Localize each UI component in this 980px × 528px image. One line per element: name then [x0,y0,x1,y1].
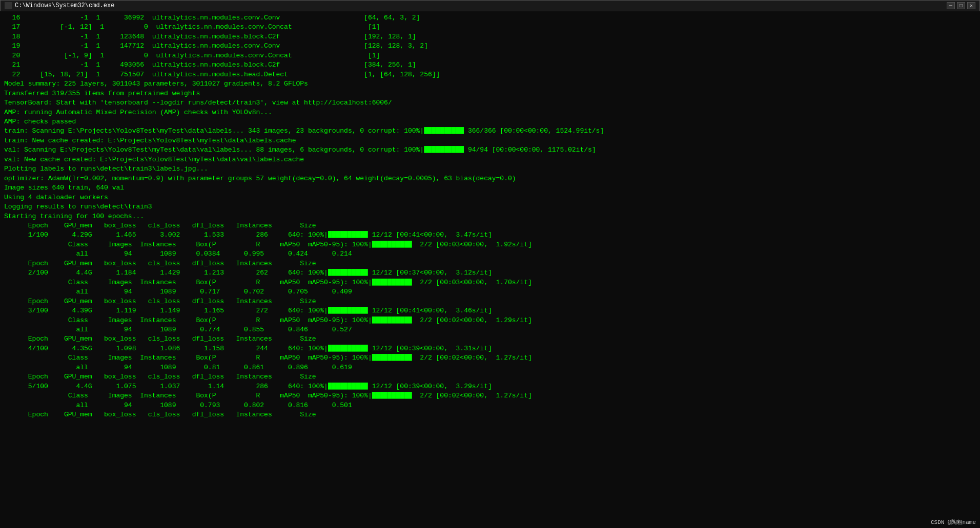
terminal-line: all 94 1089 0.774 0.855 0.846 0.527 [4,325,976,334]
terminal-line: 18 -1 1 123648 ultralytics.nn.modules.bl… [4,32,976,41]
terminal-line: 17 [-1, 12] 1 0 ultralytics.nn.modules.c… [4,23,976,32]
terminal-line: Using 4 dataloader workers [4,193,976,202]
title-bar: C:\Windows\System32\cmd.exe ─ □ ✕ [0,0,980,11]
terminal-line: 4/100 4.35G 1.098 1.086 1.158 244 640: 1… [4,344,976,353]
terminal-line: Class Images Instances Box(P R mAP50 mAP… [4,240,976,249]
title-bar-controls[interactable]: ─ □ ✕ [947,2,975,9]
terminal-line: val: Scanning E:\Projects\Yolov8Test\myT… [4,145,976,155]
terminal-line: 22 [15, 18, 21] 1 751507 ultralytics.nn.… [4,70,976,79]
terminal-line: all 94 1089 0.717 0.702 0.705 0.409 [4,287,976,297]
terminal-line: Class Images Instances Box(P R mAP50 mAP… [4,316,976,325]
terminal-line: 16 -1 1 36992 ultralytics.nn.modules.con… [4,13,976,23]
title-bar-left: C:\Windows\System32\cmd.exe [5,2,114,9]
terminal-line: optimizer: AdamW(lr=0.002, momentum=0.9)… [4,174,976,183]
terminal-line: 5/100 4.4G 1.075 1.037 1.14 286 640: 100… [4,382,976,391]
terminal-line: AMP: running Automatic Mixed Precision (… [4,108,976,117]
terminal-line: Plotting labels to runs\detect\train3\la… [4,164,976,174]
cmd-icon [5,2,12,9]
terminal-line: train: Scanning E:\Projects\Yolov8Test\m… [4,126,976,136]
terminal-line: Epoch GPU_mem box_loss cls_loss dfl_loss… [4,334,976,344]
watermark: CSDN @陶粗name [931,518,976,526]
terminal-line: 21 -1 1 493056 ultralytics.nn.modules.bl… [4,60,976,70]
terminal-line: train: New cache created: E:\Projects\Yo… [4,136,976,145]
minimize-button[interactable]: ─ [947,2,955,9]
terminal-line: all 94 1089 0.81 0.861 0.896 0.619 [4,363,976,372]
terminal-line: Class Images Instances Box(P R mAP50 mAP… [4,391,976,400]
terminal-line: Image sizes 640 train, 640 val [4,183,976,193]
terminal-line: Starting training for 100 epochs... [4,212,976,221]
terminal-line: Transferred 319/355 items from pretraine… [4,89,976,98]
terminal-line: 20 [-1, 9] 1 0 ultralytics.nn.modules.co… [4,51,976,60]
terminal-line: 1/100 4.29G 1.465 3.002 1.533 286 640: 1… [4,230,976,240]
terminal-line: Epoch GPU_mem box_loss cls_loss dfl_loss… [4,372,976,382]
terminal-line: 19 -1 1 147712 ultralytics.nn.modules.co… [4,41,976,51]
terminal-line: Epoch GPU_mem box_loss cls_loss dfl_loss… [4,221,976,230]
maximize-button[interactable]: □ [957,2,965,9]
terminal-line: 2/100 4.4G 1.184 1.429 1.213 262 640: 10… [4,268,976,278]
terminal-line: 3/100 4.39G 1.119 1.149 1.165 272 640: 1… [4,306,976,315]
terminal-line: Logging results to runs\detect\train3 [4,202,976,212]
terminal-line: Class Images Instances Box(P R mAP50 mAP… [4,353,976,363]
terminal-line: AMP: checks passed [4,117,976,126]
terminal-line: Model summary: 225 layers, 3011043 param… [4,79,976,89]
terminal-line: all 94 1089 0.793 0.802 0.816 0.501 [4,401,976,410]
terminal-body: 16 -1 1 36992 ultralytics.nn.modules.con… [0,11,980,528]
terminal-line: Class Images Instances Box(P R mAP50 mAP… [4,278,976,287]
terminal-line: val: New cache created: E:\Projects\Yolo… [4,155,976,164]
terminal-line: all 94 1089 0.0384 0.995 0.424 0.214 [4,249,976,259]
terminal-content: 16 -1 1 36992 ultralytics.nn.modules.con… [4,13,976,419]
window-title: C:\Windows\System32\cmd.exe [15,2,114,9]
terminal-line: Epoch GPU_mem box_loss cls_loss dfl_loss… [4,259,976,268]
close-button[interactable]: ✕ [967,2,975,9]
terminal-line: Epoch GPU_mem box_loss cls_loss dfl_loss… [4,297,976,306]
terminal-line: Epoch GPU_mem box_loss cls_loss dfl_loss… [4,410,976,419]
terminal-line: TensorBoard: Start with 'tensorboard --l… [4,98,976,108]
